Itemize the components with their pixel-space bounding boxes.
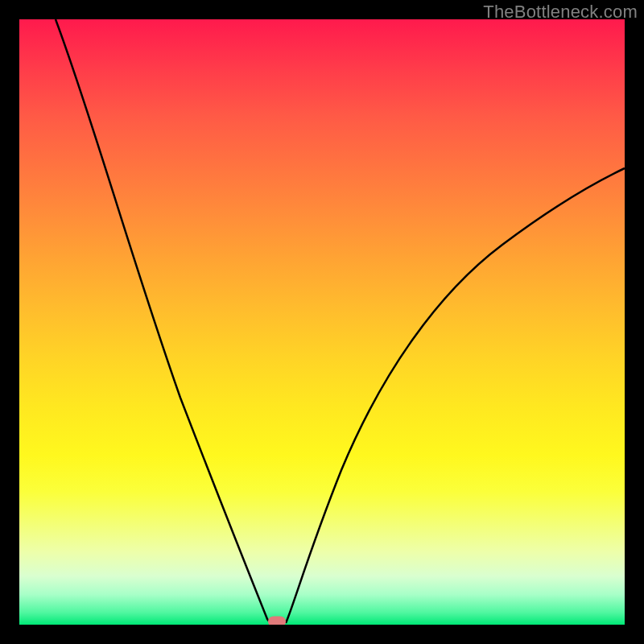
chart-frame: TheBottleneck.com xyxy=(0,0,644,644)
curve-left-branch xyxy=(56,19,270,623)
optimum-marker xyxy=(268,617,286,625)
bottleneck-curve xyxy=(19,19,625,625)
curve-right-branch xyxy=(286,168,625,623)
plot-area xyxy=(19,19,625,625)
watermark-text: TheBottleneck.com xyxy=(483,2,638,23)
